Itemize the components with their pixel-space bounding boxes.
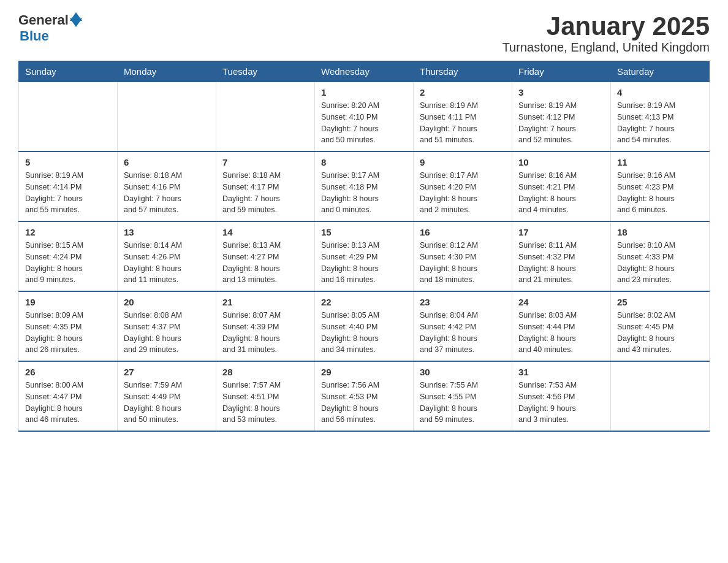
day-number: 28 [222,367,308,377]
calendar-day-cell: 29Sunrise: 7:56 AM Sunset: 4:53 PM Dayli… [315,361,414,431]
calendar-day-cell: 14Sunrise: 8:13 AM Sunset: 4:27 PM Dayli… [216,221,315,291]
day-number: 26 [25,367,111,377]
logo-text-blue: Blue [20,28,49,44]
day-info: Sunrise: 8:19 AM Sunset: 4:13 PM Dayligh… [617,100,703,146]
day-number: 5 [25,157,111,167]
calendar-day-cell [611,361,710,431]
calendar-day-cell: 27Sunrise: 7:59 AM Sunset: 4:49 PM Dayli… [118,361,216,431]
calendar-week-row: 26Sunrise: 8:00 AM Sunset: 4:47 PM Dayli… [19,361,710,431]
day-info: Sunrise: 8:02 AM Sunset: 4:45 PM Dayligh… [617,310,703,356]
weekday-header-saturday: Saturday [611,61,710,82]
calendar-day-cell: 1Sunrise: 8:20 AM Sunset: 4:10 PM Daylig… [315,82,414,152]
weekday-header-sunday: Sunday [19,61,118,82]
day-number: 23 [420,297,506,307]
calendar-day-cell: 24Sunrise: 8:03 AM Sunset: 4:44 PM Dayli… [512,291,611,361]
calendar-week-row: 1Sunrise: 8:20 AM Sunset: 4:10 PM Daylig… [19,82,710,152]
day-number: 30 [420,367,506,377]
day-info: Sunrise: 8:16 AM Sunset: 4:21 PM Dayligh… [518,170,604,216]
day-info: Sunrise: 7:55 AM Sunset: 4:55 PM Dayligh… [420,380,506,426]
calendar-day-cell: 23Sunrise: 8:04 AM Sunset: 4:42 PM Dayli… [414,291,512,361]
calendar-day-cell: 12Sunrise: 8:15 AM Sunset: 4:24 PM Dayli… [19,221,118,291]
day-info: Sunrise: 8:13 AM Sunset: 4:27 PM Dayligh… [222,240,308,286]
page-header: General Blue January 2025 Turnastone, En… [18,12,710,55]
day-number: 21 [222,297,308,307]
weekday-header-friday: Friday [512,61,611,82]
weekday-header-tuesday: Tuesday [216,61,315,82]
day-info: Sunrise: 8:13 AM Sunset: 4:29 PM Dayligh… [321,240,407,286]
day-info: Sunrise: 8:17 AM Sunset: 4:18 PM Dayligh… [321,170,407,216]
page-subtitle: Turnastone, England, United Kingdom [502,40,710,55]
calendar-day-cell: 5Sunrise: 8:19 AM Sunset: 4:14 PM Daylig… [19,151,118,221]
day-info: Sunrise: 8:14 AM Sunset: 4:26 PM Dayligh… [124,240,210,286]
day-number: 25 [617,297,703,307]
day-number: 1 [321,87,407,98]
day-info: Sunrise: 8:18 AM Sunset: 4:16 PM Dayligh… [124,170,210,216]
day-number: 16 [420,227,506,237]
calendar-day-cell [216,82,315,152]
day-number: 24 [518,297,604,307]
calendar-day-cell: 2Sunrise: 8:19 AM Sunset: 4:11 PM Daylig… [414,82,512,152]
day-info: Sunrise: 8:05 AM Sunset: 4:40 PM Dayligh… [321,310,407,356]
day-number: 22 [321,297,407,307]
day-info: Sunrise: 7:59 AM Sunset: 4:49 PM Dayligh… [124,380,210,426]
day-number: 18 [617,227,703,237]
calendar-week-row: 5Sunrise: 8:19 AM Sunset: 4:14 PM Daylig… [19,151,710,221]
calendar-table: SundayMondayTuesdayWednesdayThursdayFrid… [18,61,710,432]
calendar-day-cell: 28Sunrise: 7:57 AM Sunset: 4:51 PM Dayli… [216,361,315,431]
day-info: Sunrise: 8:04 AM Sunset: 4:42 PM Dayligh… [420,310,506,356]
page-title: January 2025 [502,12,710,40]
day-number: 20 [124,297,210,307]
calendar-day-cell: 13Sunrise: 8:14 AM Sunset: 4:26 PM Dayli… [118,221,216,291]
calendar-day-cell: 21Sunrise: 8:07 AM Sunset: 4:39 PM Dayli… [216,291,315,361]
calendar-week-row: 19Sunrise: 8:09 AM Sunset: 4:35 PM Dayli… [19,291,710,361]
day-number: 15 [321,227,407,237]
calendar-day-cell: 25Sunrise: 8:02 AM Sunset: 4:45 PM Dayli… [611,291,710,361]
weekday-header-row: SundayMondayTuesdayWednesdayThursdayFrid… [19,61,710,82]
day-number: 27 [124,367,210,377]
day-number: 10 [518,157,604,167]
title-block: January 2025 Turnastone, England, United… [502,12,710,55]
weekday-header-monday: Monday [118,61,216,82]
calendar-day-cell: 8Sunrise: 8:17 AM Sunset: 4:18 PM Daylig… [315,151,414,221]
day-info: Sunrise: 8:10 AM Sunset: 4:33 PM Dayligh… [617,240,703,286]
calendar-day-cell: 20Sunrise: 8:08 AM Sunset: 4:37 PM Dayli… [118,291,216,361]
day-info: Sunrise: 8:20 AM Sunset: 4:10 PM Dayligh… [321,100,407,146]
day-number: 4 [617,87,703,98]
calendar-day-cell: 16Sunrise: 8:12 AM Sunset: 4:30 PM Dayli… [414,221,512,291]
day-info: Sunrise: 8:03 AM Sunset: 4:44 PM Dayligh… [518,310,604,356]
day-number: 11 [617,157,703,167]
logo: General Blue [18,12,82,44]
day-number: 31 [518,367,604,377]
day-info: Sunrise: 8:19 AM Sunset: 4:14 PM Dayligh… [25,170,111,216]
calendar-day-cell: 22Sunrise: 8:05 AM Sunset: 4:40 PM Dayli… [315,291,414,361]
calendar-week-row: 12Sunrise: 8:15 AM Sunset: 4:24 PM Dayli… [19,221,710,291]
calendar-day-cell: 7Sunrise: 8:18 AM Sunset: 4:17 PM Daylig… [216,151,315,221]
calendar-day-cell: 18Sunrise: 8:10 AM Sunset: 4:33 PM Dayli… [611,221,710,291]
day-info: Sunrise: 8:09 AM Sunset: 4:35 PM Dayligh… [25,310,111,356]
weekday-header-wednesday: Wednesday [315,61,414,82]
day-number: 29 [321,367,407,377]
day-info: Sunrise: 8:19 AM Sunset: 4:11 PM Dayligh… [420,100,506,146]
day-info: Sunrise: 8:12 AM Sunset: 4:30 PM Dayligh… [420,240,506,286]
day-number: 14 [222,227,308,237]
calendar-day-cell [118,82,216,152]
calendar-day-cell: 30Sunrise: 7:55 AM Sunset: 4:55 PM Dayli… [414,361,512,431]
day-info: Sunrise: 8:08 AM Sunset: 4:37 PM Dayligh… [124,310,210,356]
day-number: 9 [420,157,506,167]
day-number: 17 [518,227,604,237]
calendar-day-cell: 31Sunrise: 7:53 AM Sunset: 4:56 PM Dayli… [512,361,611,431]
day-number: 8 [321,157,407,167]
day-info: Sunrise: 7:57 AM Sunset: 4:51 PM Dayligh… [222,380,308,426]
calendar-day-cell [19,82,118,152]
day-info: Sunrise: 7:56 AM Sunset: 4:53 PM Dayligh… [321,380,407,426]
calendar-day-cell: 15Sunrise: 8:13 AM Sunset: 4:29 PM Dayli… [315,221,414,291]
day-number: 12 [25,227,111,237]
day-info: Sunrise: 8:18 AM Sunset: 4:17 PM Dayligh… [222,170,308,216]
day-number: 6 [124,157,210,167]
day-info: Sunrise: 8:15 AM Sunset: 4:24 PM Dayligh… [25,240,111,286]
calendar-day-cell: 26Sunrise: 8:00 AM Sunset: 4:47 PM Dayli… [19,361,118,431]
calendar-day-cell: 19Sunrise: 8:09 AM Sunset: 4:35 PM Dayli… [19,291,118,361]
day-info: Sunrise: 8:17 AM Sunset: 4:20 PM Dayligh… [420,170,506,216]
weekday-header-thursday: Thursday [414,61,512,82]
calendar-day-cell: 10Sunrise: 8:16 AM Sunset: 4:21 PM Dayli… [512,151,611,221]
